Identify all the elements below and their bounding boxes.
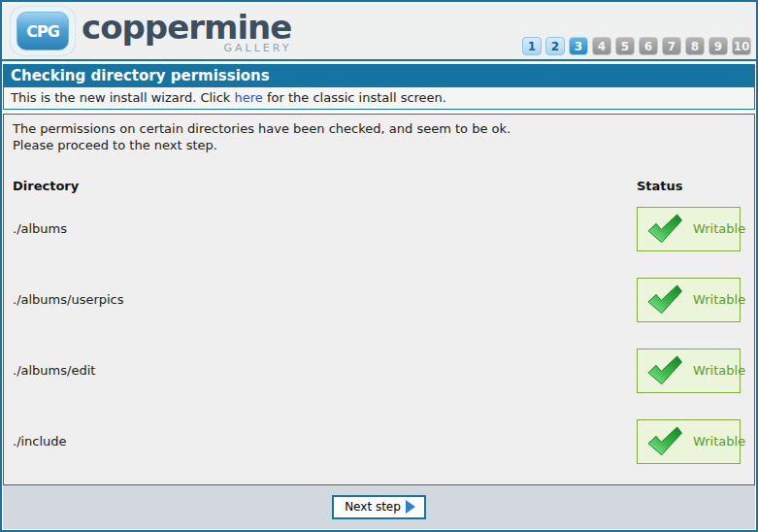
directory-path: ./include: [13, 434, 637, 449]
column-header-directory: Directory: [13, 179, 637, 193]
classic-install-link[interactable]: here: [235, 90, 263, 105]
table-row: ./albums/editWritable: [13, 335, 745, 406]
status-label: Writable: [693, 221, 745, 236]
status-badge: Writable: [637, 278, 741, 322]
directory-path: ./albums/edit: [13, 363, 637, 378]
status-badge: Writable: [637, 419, 741, 464]
intro-text: The permissions on certain directories h…: [13, 120, 745, 153]
step-1[interactable]: 1: [522, 37, 542, 55]
table-row: ./includeWritable: [13, 406, 745, 477]
step-4[interactable]: 4: [592, 37, 611, 55]
check-icon: [646, 426, 683, 457]
intro-line-2: Please proceed to the next step.: [13, 137, 745, 153]
brand-block: coppermine GALLERY: [82, 10, 291, 54]
status-badge: Writable: [637, 207, 741, 251]
install-wizard-page: CPG coppermine GALLERY 12345678910 Check…: [0, 0, 758, 532]
status-label: Writable: [693, 434, 745, 449]
next-step-label: Next step: [345, 500, 401, 514]
status-label: Writable: [693, 363, 745, 378]
step-10[interactable]: 10: [732, 37, 751, 55]
status-label: Writable: [693, 292, 745, 307]
table-header-row: Directory Status: [13, 179, 745, 193]
directory-path: ./albums: [13, 221, 637, 236]
footer-bar: Next step: [3, 485, 755, 529]
status-cell: Writable: [637, 278, 745, 322]
check-icon: [646, 284, 683, 316]
step-6[interactable]: 6: [639, 37, 658, 55]
header: CPG coppermine GALLERY 12345678910: [2, 2, 756, 61]
column-header-status: Status: [637, 179, 745, 193]
step-5[interactable]: 5: [615, 37, 635, 55]
main-content: The permissions on certain directories h…: [3, 114, 755, 485]
wizard-note-text-before: This is the new install wizard. Click: [11, 90, 235, 105]
directory-table-body: ./albumsWritable./albums/userpicsWritabl…: [13, 193, 745, 477]
step-7[interactable]: 7: [662, 37, 681, 55]
brand-title: coppermine: [82, 10, 291, 45]
table-row: ./albums/userpicsWritable: [13, 264, 745, 335]
wizard-note: This is the new install wizard. Click he…: [4, 87, 754, 109]
check-icon: [646, 214, 683, 245]
step-9[interactable]: 9: [709, 37, 728, 55]
intro-line-1: The permissions on certain directories h…: [13, 120, 745, 137]
check-icon: [646, 355, 683, 386]
next-step-button[interactable]: Next step: [332, 495, 426, 519]
arrow-right-icon: [406, 500, 415, 514]
status-cell: Writable: [637, 349, 745, 393]
directory-path: ./albums/userpics: [13, 292, 637, 307]
cpg-logo-icon: CPG: [16, 12, 69, 50]
coppermine-logo: CPG: [11, 7, 75, 55]
table-row: ./albumsWritable: [13, 193, 745, 264]
step-8[interactable]: 8: [685, 37, 705, 55]
wizard-note-text-after: for the classic install screen.: [263, 90, 446, 105]
title-section: Checking directory permissions This is t…: [3, 64, 755, 110]
status-badge: Writable: [637, 349, 741, 393]
step-2[interactable]: 2: [545, 37, 565, 55]
status-cell: Writable: [637, 207, 745, 251]
status-cell: Writable: [637, 419, 745, 464]
step-3[interactable]: 3: [569, 37, 588, 55]
page-title: Checking directory permissions: [4, 65, 754, 87]
step-indicator: 12345678910: [522, 37, 751, 55]
